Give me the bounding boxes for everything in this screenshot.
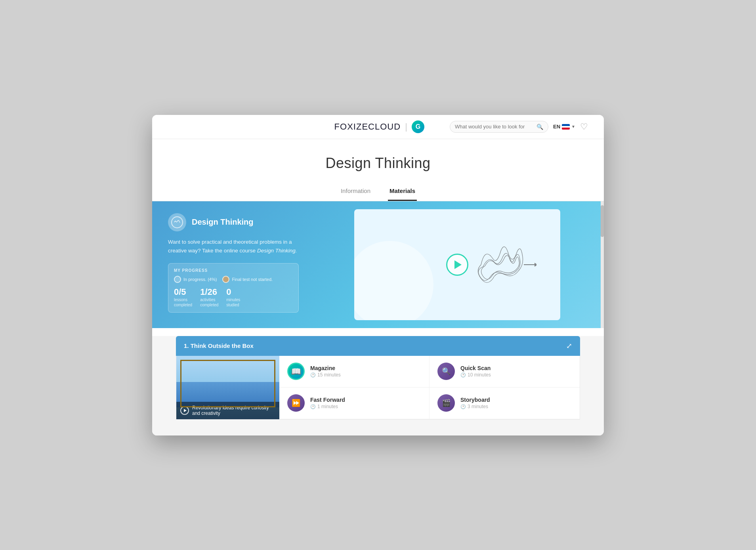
page-title-area: Design Thinking xyxy=(152,139,604,180)
status-in-progress: In progress. (4%) xyxy=(174,276,217,283)
module-header[interactable]: 1. Think Outside the Box ⤢ xyxy=(176,336,580,356)
storyboard-info: Storyboard 🕐 3 minutes xyxy=(460,397,572,409)
stat-minutes: 0 minutesstudied xyxy=(226,288,240,307)
activity-item-storyboard[interactable]: 🎬 Storyboard 🕐 3 minutes xyxy=(430,388,580,419)
magazine-icon: 📖 xyxy=(287,363,305,380)
minutes-label: minutesstudied xyxy=(226,297,240,307)
video-container[interactable] xyxy=(354,209,560,320)
magazine-info: Magazine 🕐 15 minutes xyxy=(310,365,421,378)
progress-status-row: In progress. (4%) Final test not started… xyxy=(174,276,293,283)
quickscan-icon: 🔍 xyxy=(437,363,455,380)
stat-activities: 1/26 activitiescompleted xyxy=(200,288,218,307)
progress-label: MY PROGRESS xyxy=(174,268,293,273)
nav-right: 🔍 EN ▼ ♡ xyxy=(450,121,588,133)
logo-foxize: FOXIZECLOUD | xyxy=(334,122,409,132)
page-title: Design Thinking xyxy=(160,155,596,172)
quickscan-info: Quick Scan 🕐 10 minutes xyxy=(460,365,572,378)
status-final-test: Final test not started. xyxy=(222,276,273,283)
quickscan-name: Quick Scan xyxy=(460,365,572,371)
fastforward-icon: ⏩ xyxy=(287,394,305,412)
module-title: 1. Think Outside the Box xyxy=(184,342,254,349)
scribble-small-icon xyxy=(173,218,181,226)
storyboard-name: Storyboard xyxy=(460,397,572,403)
course-icon xyxy=(168,213,186,231)
video-bg-shape xyxy=(354,241,433,320)
tabs-area: Information Materials xyxy=(152,180,604,201)
magazine-name: Magazine xyxy=(310,365,421,371)
clock-icon: 🕐 xyxy=(310,372,316,378)
tab-information[interactable]: Information xyxy=(339,183,372,201)
minutes-number: 0 xyxy=(226,288,240,296)
activities-label: activitiescompleted xyxy=(200,297,218,307)
course-icon-inner xyxy=(171,216,183,228)
hero-section: Design Thinking Want to solve practical … xyxy=(152,201,604,328)
wishlist-icon[interactable]: ♡ xyxy=(580,122,588,132)
fastforward-time: 🕐 1 minutes xyxy=(310,404,421,409)
scrollbar-thumb[interactable] xyxy=(601,205,604,237)
expand-icon[interactable]: ⤢ xyxy=(566,342,572,350)
search-input[interactable] xyxy=(455,124,534,130)
scrollbar[interactable] xyxy=(601,201,604,328)
hero-course-title: Design Thinking xyxy=(168,213,299,231)
progress-stats: 0/5 lessonscompleted 1/26 activitiescomp… xyxy=(174,288,293,307)
chevron-down-icon: ▼ xyxy=(571,124,575,129)
language-flag-icon xyxy=(562,124,570,130)
tab-materials[interactable]: Materials xyxy=(388,183,417,201)
clock-icon-sb: 🕐 xyxy=(460,404,466,409)
quickscan-time: 🕐 10 minutes xyxy=(460,372,572,378)
logo-foxize-text: FOXIZE xyxy=(334,122,368,132)
logo-area: FOXIZECLOUD | G xyxy=(309,120,450,133)
lessons-label: lessonscompleted xyxy=(174,297,192,307)
fastforward-info: Fast Forward 🕐 1 minutes xyxy=(310,397,421,409)
play-triangle-icon xyxy=(454,260,462,269)
logo-separator: | xyxy=(405,122,408,132)
browser-window: FOXIZECLOUD | G 🔍 EN ▼ ♡ Design Thinking… xyxy=(152,115,604,435)
magazine-time: 🕐 15 minutes xyxy=(310,372,421,378)
video-play-button[interactable] xyxy=(446,254,468,276)
search-icon[interactable]: 🔍 xyxy=(536,124,543,130)
storyboard-time: 🕐 3 minutes xyxy=(460,404,572,409)
content-section: 1. Think Outside the Box ⤢ Revolutionary… xyxy=(152,336,604,435)
activity-grid: 📖 Magazine 🕐 15 minutes 🔍 xyxy=(279,356,580,419)
window-frame xyxy=(180,360,275,407)
scribble-illustration xyxy=(457,235,536,294)
activity-item-fastforward[interactable]: ⏩ Fast Forward 🕐 1 minutes xyxy=(279,388,430,419)
thumb-play-triangle xyxy=(184,409,187,412)
storyboard-icon: 🎬 xyxy=(437,394,455,412)
logo-cloud-text: CLOUD xyxy=(368,122,401,132)
status-dot-progress xyxy=(174,276,181,283)
stat-lessons: 0/5 lessonscompleted xyxy=(174,288,192,307)
status-dot-final xyxy=(222,276,229,283)
clock-icon-ff: 🕐 xyxy=(310,404,316,409)
lessons-number: 0/5 xyxy=(174,288,192,296)
activities-number: 1/26 xyxy=(200,288,218,296)
hero-right xyxy=(311,201,604,328)
activity-item-quickscan[interactable]: 🔍 Quick Scan 🕐 10 minutes xyxy=(430,356,580,388)
module-content: Revolutionary ideas require curiosity an… xyxy=(176,356,580,420)
hero-course-name: Design Thinking xyxy=(192,218,254,227)
logo-g-badge[interactable]: G xyxy=(412,120,424,133)
thumb-play-icon xyxy=(180,406,189,415)
clock-icon-qs: 🕐 xyxy=(460,372,466,378)
module-video-thumbnail[interactable]: Revolutionary ideas require curiosity an… xyxy=(176,356,279,419)
activity-item-magazine[interactable]: 📖 Magazine 🕐 15 minutes xyxy=(279,356,430,388)
hero-left: Design Thinking Want to solve practical … xyxy=(152,201,311,328)
fastforward-name: Fast Forward xyxy=(310,397,421,403)
progress-box: MY PROGRESS In progress. (4%) Final test… xyxy=(168,263,299,313)
language-selector[interactable]: EN ▼ xyxy=(553,124,575,130)
svg-marker-1 xyxy=(535,263,536,267)
nav-bar: FOXIZECLOUD | G 🔍 EN ▼ ♡ xyxy=(152,115,604,139)
hero-description: Want to solve practical and theoretical … xyxy=(168,238,299,256)
language-label: EN xyxy=(553,124,560,130)
search-bar[interactable]: 🔍 xyxy=(450,121,548,133)
